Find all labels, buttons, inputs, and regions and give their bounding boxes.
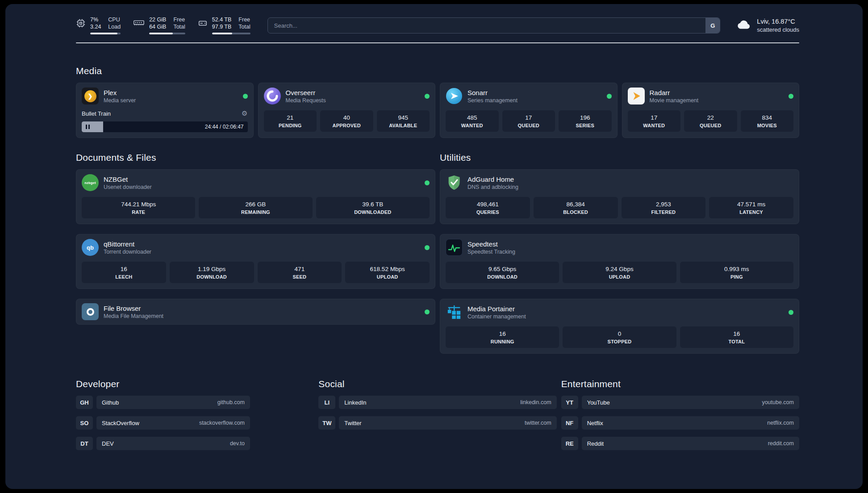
service-subtitle: Speedtest Tracking	[467, 249, 515, 255]
service-subtitle: Movie management	[650, 97, 699, 104]
section-media: Media ❯ Plex Media server Bullet Train ⚙	[76, 66, 799, 138]
service-name: Overseerr	[286, 89, 326, 96]
filebrowser-icon	[82, 303, 99, 320]
stat-queued: 22 QUEUED	[684, 110, 737, 132]
memory-widget: 22 GiB Free 64 GiB Total	[133, 17, 185, 34]
service-card-adguard[interactable]: AdGuard Home DNS and adblocking 498,461 …	[440, 169, 799, 224]
cpu-percent: 7%	[90, 17, 101, 23]
section-title-developer: Developer	[76, 379, 314, 389]
link-url: github.com	[217, 399, 245, 405]
service-subtitle: Usenet downloader	[104, 184, 152, 190]
stat-upload: 9.24 Gbps UPLOAD	[563, 262, 676, 283]
service-card-overseerr[interactable]: Overseerr Media Requests 21 PENDING 40 A…	[258, 83, 436, 138]
radarr-icon	[628, 88, 645, 104]
section-title-documents: Documents & Files	[76, 152, 435, 163]
link-url: stackoverflow.com	[199, 420, 245, 426]
disk-widget: 52.4 TB Free 97.9 TB Total	[198, 17, 250, 34]
nzbget-icon: nzbget	[82, 174, 99, 191]
service-subtitle: Media File Management	[104, 313, 163, 319]
disk-icon	[198, 18, 208, 28]
link-name: StackOverflow	[102, 420, 139, 426]
disk-free-value: 52.4 TB	[212, 17, 232, 23]
memory-icon	[133, 18, 145, 27]
link-url: netflix.com	[767, 420, 794, 426]
gear-icon[interactable]: ⚙	[242, 109, 247, 117]
service-card-filebrowser[interactable]: File Browser Media File Management	[76, 299, 435, 325]
status-dot	[425, 309, 430, 314]
link-abbr: DT	[76, 437, 93, 450]
stat-queries: 498,461 QUERIES	[446, 197, 530, 218]
service-name: Sonarr	[467, 89, 517, 96]
search-input[interactable]	[268, 18, 706, 33]
section-title-entertainment: Entertainment	[561, 379, 799, 389]
stat-approved: 40 APPROVED	[320, 110, 373, 132]
link-youtube[interactable]: YT YouTube youtube.com	[561, 396, 799, 409]
service-name: qBittorrent	[104, 240, 151, 248]
service-name: Speedtest	[467, 240, 515, 248]
link-abbr: GH	[76, 396, 93, 409]
service-card-portainer[interactable]: Media Portainer Container management 16 …	[440, 299, 799, 354]
section-social: Social LI LinkedIn linkedin.com TW Twitt…	[318, 379, 556, 457]
overseerr-icon	[264, 88, 281, 104]
screen: 7% CPU 3.24 Load 22 GiB Free 64 Gi	[0, 0, 868, 493]
memory-usage-bar	[149, 33, 185, 34]
stat-downloaded: 39.6 TB DOWNLOADED	[316, 197, 430, 218]
link-abbr: LI	[318, 396, 335, 409]
cpu-label-top: CPU	[108, 17, 121, 23]
speedtest-icon	[446, 239, 463, 256]
link-abbr: YT	[561, 396, 578, 409]
link-url: youtube.com	[762, 399, 794, 405]
stat-download: 9.65 Gbps DOWNLOAD	[446, 262, 559, 283]
link-reddit[interactable]: RE Reddit reddit.com	[561, 437, 799, 450]
section-documents: Documents & Files nzbget NZBGet Usenet d…	[76, 152, 435, 354]
adguard-icon	[446, 174, 463, 191]
cpu-load-value: 3.24	[90, 24, 101, 30]
link-stackoverflow[interactable]: SO StackOverflow stackoverflow.com	[76, 416, 250, 430]
cpu-widget: 7% CPU 3.24 Load	[76, 17, 121, 34]
playback-progress-fill	[82, 121, 103, 132]
link-name: YouTube	[587, 399, 610, 406]
stat-seed: 471 SEED	[258, 262, 342, 283]
search-provider-button[interactable]: G	[705, 18, 720, 33]
service-card-sonarr[interactable]: Sonarr Series management 485 WANTED 17 Q…	[440, 83, 618, 138]
stat-queued: 17 QUEUED	[502, 110, 555, 132]
section-entertainment: Entertainment YT YouTube youtube.com NF …	[561, 379, 799, 457]
service-card-radarr[interactable]: Radarr Movie management 17 WANTED 22 QUE…	[622, 83, 800, 138]
stat-upload: 618.52 Mbps UPLOAD	[345, 262, 430, 283]
link-dev[interactable]: DT DEV dev.to	[76, 437, 250, 450]
link-linkedin[interactable]: LI LinkedIn linkedin.com	[318, 396, 556, 409]
service-subtitle: Torrent downloader	[104, 249, 151, 255]
stat-series: 196 SERIES	[559, 110, 612, 132]
service-subtitle: Media server	[104, 97, 136, 104]
memory-label-bottom: Total	[173, 24, 185, 30]
qbittorrent-icon: qb	[82, 239, 99, 256]
memory-free-value: 22 GiB	[149, 17, 166, 23]
stat-pending: 21 PENDING	[264, 110, 317, 132]
link-github[interactable]: GH Github github.com	[76, 396, 250, 409]
service-card-plex[interactable]: ❯ Plex Media server Bullet Train ⚙ 24:44…	[76, 83, 254, 138]
link-name: Netflix	[587, 420, 603, 426]
plex-progress-bar[interactable]: 24:44 / 02:06:47	[82, 121, 248, 132]
pause-icon[interactable]	[86, 125, 90, 129]
service-name: Radarr	[650, 89, 699, 96]
status-dot	[607, 94, 612, 99]
plex-icon: ❯	[82, 88, 99, 104]
status-dot	[425, 94, 430, 99]
link-name: Github	[102, 399, 119, 406]
service-name: Media Portainer	[467, 305, 526, 313]
link-abbr: SO	[76, 416, 93, 430]
cpu-label-bottom: Load	[108, 24, 121, 30]
link-netflix[interactable]: NF Netflix netflix.com	[561, 416, 799, 430]
link-twitter[interactable]: TW Twitter twitter.com	[318, 416, 556, 430]
cpu-icon	[76, 18, 86, 28]
cpu-usage-bar	[90, 33, 121, 34]
topbar: 7% CPU 3.24 Load 22 GiB Free 64 Gi	[76, 17, 799, 34]
weather-widget[interactable]: Lviv, 16.87°C scattered clouds	[737, 17, 799, 33]
link-abbr: TW	[318, 416, 335, 430]
service-card-nzbget[interactable]: nzbget NZBGet Usenet downloader 744.21 M…	[76, 169, 435, 224]
service-card-qbittorrent[interactable]: qb qBittorrent Torrent downloader 16 LEE…	[76, 234, 435, 289]
stat-movies: 834 MOVIES	[741, 110, 794, 132]
disk-label-top: Free	[238, 17, 250, 23]
section-title-media: Media	[76, 66, 799, 76]
service-card-speedtest[interactable]: Speedtest Speedtest Tracking 9.65 Gbps D…	[440, 234, 799, 289]
